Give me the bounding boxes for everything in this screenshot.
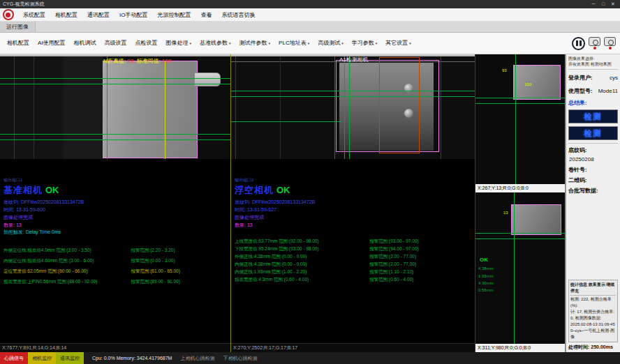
guide-line-h	[0, 134, 230, 135]
tab-run-image[interactable]: 运行图像	[0, 22, 36, 32]
time-line: 时间: 13-31-59-627	[235, 206, 471, 214]
distance-label-text: N距离值:	[103, 58, 126, 64]
guide-line-v	[349, 54, 350, 159]
titlebar: CYG-视觉检测系统 ─ □ ✕	[0, 0, 620, 8]
a1-camera-image[interactable]: A1检测相机	[231, 54, 475, 159]
login-value: cys	[610, 75, 618, 81]
stats-line: 检测: 222, 检测合格率(%):	[570, 296, 616, 309]
measurement-value: 内侧定位线:指底值4.60mm 范围:(3.00 - 6.00)	[3, 255, 131, 266]
toolbar-item[interactable]: AI使用配置	[34, 33, 70, 54]
menu-item[interactable]: IO手动配置	[115, 8, 152, 22]
stats-tabs[interactable]: 统计信息 效果显示 继续停充	[570, 282, 616, 296]
measurement-value: 下段宽度值:95.24mm 范围:(93.00 - 98.00)	[235, 245, 369, 252]
a1-result-panel: 输出端口2 浮空相机 OK 底纹码: DFFiiiw20250208133134…	[231, 159, 475, 343]
preview-column: 93 100 X:267;Y:13;R:0;G:0;B:0 13 OK	[475, 54, 566, 352]
close-button[interactable]: ✕	[609, 1, 617, 7]
preview-status-ok: OK	[480, 257, 488, 263]
preview-measurement-lines: 4.38mm 1.93mm 4.30mm 0.56mm	[478, 265, 494, 294]
toolbar-item[interactable]: 相机配置	[3, 33, 34, 54]
menu-item[interactable]: 相机配置	[50, 8, 82, 22]
guide-line-h	[231, 96, 475, 97]
measurement-row: 外侧正线:4.38mm 范围:(0.00 - 9.00) 报警范围:(2.00 …	[235, 252, 471, 260]
guide-line-v	[514, 192, 515, 344]
toolbar-item[interactable]: 其它设置	[381, 33, 415, 54]
measurement-value: 外侧正线:4.38mm 范围:(0.00 - 9.00)	[235, 252, 369, 260]
guide-line-v	[107, 54, 108, 159]
alarm-range: 报警范围:(89.00 - 91.00)	[131, 276, 227, 287]
preview-bottom-image[interactable]: 13 OK 4.38mm 1.93mm 4.30mm 0.56mm	[475, 192, 565, 344]
measurement-row: 定位宽度值:62.05mm 范围:(60.00 - 66.00) 报警范围:(6…	[3, 266, 227, 276]
toolbar-item[interactable]: PLC地址表	[274, 33, 313, 54]
toolbar-item[interactable]: 相机调试	[70, 33, 101, 54]
camera-button-2[interactable]	[604, 37, 616, 46]
standard-value: 100	[162, 58, 171, 64]
count-line: 数量: 13	[3, 222, 227, 229]
benchmark-camera-image[interactable]: N距离值: 93. 标准间值: 100	[0, 54, 230, 159]
toolbar-item[interactable]: 基准线参数	[195, 33, 235, 54]
barcode-line: 底纹码: DFFiiiw2025020813313472B	[3, 199, 227, 206]
guide-line-h	[475, 98, 565, 98]
menu-item[interactable]: 系统配置	[18, 8, 50, 22]
toolbar-item[interactable]: 高级测试	[313, 33, 348, 54]
preview-measure-line: 4.30mm	[478, 280, 494, 287]
camera-button-1[interactable]	[589, 37, 600, 46]
status-ok-badge: OK	[45, 185, 59, 195]
roi-box-pink	[513, 65, 561, 100]
camera-toggle-2	[604, 37, 616, 50]
login-label: 登录用户:	[568, 74, 593, 82]
roi-box-pink	[511, 204, 561, 235]
toolbar-item[interactable]: 学习参数	[348, 33, 382, 54]
model-row: 使用型号: Mode11	[568, 86, 618, 96]
divider	[568, 143, 618, 144]
menubar: 系统配置 相机配置 通讯配置 IO手动配置 光源控制配置 查看 系统语言切换	[0, 8, 620, 22]
time-line: 时间: 13-31-59-600	[3, 206, 227, 214]
count-line: 数量: 13	[235, 222, 471, 229]
guide-line-h	[475, 103, 565, 104]
model-value: Mode11	[598, 88, 618, 94]
pixel-coords-a1: X:270;Y:2502;R:17;G:17;B:17	[231, 343, 475, 352]
guide-line-h	[231, 91, 475, 91]
stats-line: 2025:02:08-13:31:09:45	[570, 321, 616, 328]
alarm-range: 报警范围:(61.00 - 65.00)	[131, 266, 227, 276]
alarm-range: 报警范围:(2.20 - 3.20)	[131, 245, 227, 255]
stats-line: 0~cys~一号机上检测-图像	[570, 328, 616, 340]
menu-item[interactable]: 光源控制配置	[152, 8, 195, 22]
total-result-label: 总结果:	[568, 99, 618, 107]
guide-line-v	[515, 54, 516, 184]
menu-item[interactable]: 系统语言切换	[216, 8, 260, 22]
toolbar-item[interactable]: 图像处理	[162, 33, 196, 54]
toolbar-item[interactable]: 高级设置	[101, 33, 131, 54]
preview-top-image[interactable]: 93 100	[475, 54, 565, 184]
measurement-row: 内侧正线:4.38mm 范围:(0.00 - 9.00) 报警范围:(2.00 …	[235, 260, 471, 268]
menu-item[interactable]: 通讯配置	[82, 8, 115, 22]
structure-edge-line	[34, 54, 34, 159]
preview-annotation: 13	[503, 211, 508, 215]
login-row: 登录用户: cys	[568, 73, 618, 83]
benchmark-result-panel: 输出端口1 基准相机 OK 底纹码: DFFiiiw20250208133134…	[0, 159, 230, 343]
image-top-strip	[0, 54, 230, 56]
delay-line: 拍照触发: Delay Time 0ms	[3, 229, 227, 236]
preview-annotation: 100	[524, 82, 531, 86]
lower-camera-heartbeat: 下相机心跳检测	[219, 352, 261, 364]
maximize-button[interactable]: □	[599, 1, 607, 6]
menu-item[interactable]: 查看	[195, 8, 216, 22]
pixel-coords-benchmark: X:7677;Y:891;R:14;G:14;B:14	[0, 343, 230, 352]
camera-title-row: 基准相机 OK	[3, 184, 227, 197]
structure-edge-line	[235, 54, 236, 159]
app-window: CYG-视觉检测系统 ─ □ ✕ 系统配置 相机配置 通讯配置 IO手动配置 光…	[0, 0, 620, 364]
alarm-range: 报警范围:(2.00 - 77.00)	[369, 252, 471, 260]
toolbar-item[interactable]: 测试件参数	[235, 33, 275, 54]
pause-button[interactable]	[572, 37, 585, 50]
pixel-coords-preview-top: X:267;Y:13;R:0;G:0;B:0	[475, 184, 565, 192]
alarm-range: 报警范围:(1.10 - 2.10)	[369, 268, 471, 275]
effect-select-label: 图像效果选择:	[568, 56, 618, 61]
process-time: 处理时间: 250.00ms	[568, 344, 618, 351]
minimize-button[interactable]: ─	[589, 1, 598, 6]
toolbar-item[interactable]: 点检设置	[131, 33, 162, 54]
window-controls: ─ □ ✕	[589, 1, 617, 7]
process-line: 图像处理完成	[235, 214, 471, 222]
measurement-row: 内侧正线:1.93mm 范围:(1.00 - 2.20) 报警范围:(1.10 …	[235, 268, 471, 275]
image-effect-select[interactable]: 图像效果选择: 所有效果图 检测结果图	[568, 56, 618, 70]
effect-select-options[interactable]: 所有效果图 检测结果图	[568, 61, 618, 67]
process-line: 图像处理完成	[3, 214, 227, 222]
